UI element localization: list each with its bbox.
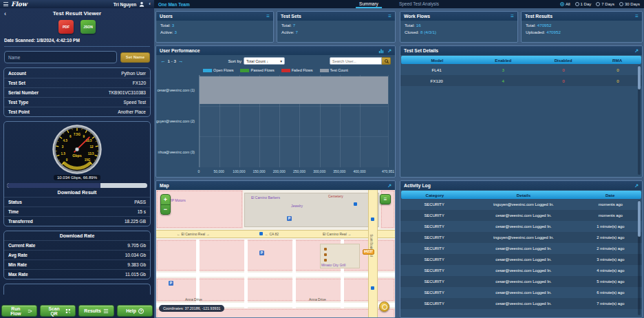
map-poi-label: El Camino Barbers	[251, 195, 280, 200]
team-name[interactable]: One Man Team	[158, 2, 190, 7]
search-icon	[385, 59, 388, 63]
legend-item: Failed Flows	[281, 68, 313, 72]
date-range-radios: All 1 Day 7 Days 30 Days	[560, 2, 640, 6]
expand-icon[interactable]: ↗	[387, 182, 391, 189]
next-page-icon[interactable]: →	[178, 58, 184, 65]
activity-log-row: SECURITYcesar@veexinc.com Logged In.2 mi…	[400, 243, 642, 254]
panel-title: Map	[160, 183, 169, 188]
export-pdf-icon[interactable]: PDF	[58, 20, 74, 34]
test-results-card: Test Results≡ Total:470952 Uploaded:4709…	[521, 11, 643, 43]
activity-category: SECURITY	[400, 202, 468, 206]
radio-1-day[interactable]: 1 Day	[575, 2, 592, 6]
back-icon[interactable]: ‹	[4, 10, 6, 18]
activity-date: 2 minute(s) ago	[579, 246, 642, 251]
expand-icon[interactable]: ↗	[634, 182, 638, 189]
chart-y-labels: cesar@veexinc.com (1)tnguyen@veexinc.com…	[158, 75, 197, 167]
work-flows-card: Work Flows≡ Total:16 Closed:8 (4/3/1)	[400, 11, 518, 43]
sort-select[interactable]: Total Count ↓▾	[244, 57, 285, 65]
help-button[interactable]: Help ?	[117, 305, 153, 317]
results-button[interactable]: Results	[78, 305, 114, 317]
activity-date: 6 minute(s) ago	[579, 290, 642, 295]
scan-qr-button[interactable]: Scan QR	[40, 305, 76, 317]
search-user-input[interactable]	[330, 57, 382, 65]
radio-all[interactable]: All	[560, 2, 570, 6]
dashboard: Flow Tri Nguyen ‹ One Man Team Summary S…	[0, 0, 644, 318]
rate-row: Min Rate9.383 Gb	[4, 259, 150, 269]
search-button[interactable]	[382, 57, 391, 65]
gauge-caption: 10.034 Gbps, 66.89%	[54, 175, 100, 180]
results-list-icon	[103, 308, 109, 314]
qr-icon	[65, 308, 71, 314]
zoom-in-button[interactable]: +	[161, 195, 170, 205]
sidebar-action-buttons: Run Flow Scan QR Results Help ?	[1, 305, 153, 317]
transit-icon	[354, 202, 357, 206]
table-row[interactable]: FL41 3 0 0	[400, 64, 642, 75]
user-performance-panel: User Performance ↗ ← 1 - 3 → Sort by Tot…	[155, 45, 396, 178]
map-street	[156, 273, 395, 277]
detail-row: Serial NumberTKB901VC310383	[4, 87, 150, 97]
card-title: Test Results	[525, 14, 552, 19]
tab-speed-test-analysis[interactable]: Speed Test Analysis	[396, 0, 442, 8]
activity-details: cesar@veexinc.com Logged In.	[468, 290, 579, 295]
test-result-sidebar: ‹ Test Result Viewer PDF JSON Date Scann…	[0, 8, 154, 318]
activity-details: cesar@veexinc.com Logged In.	[468, 257, 579, 262]
x-tick-label: 100,000	[233, 169, 245, 173]
tab-summary[interactable]: Summary	[356, 0, 382, 8]
activity-category: SECURITY	[400, 290, 468, 295]
activity-date: 2 minute(s) ago	[579, 235, 642, 240]
user-icon[interactable]	[139, 1, 144, 7]
svg-text:15G: 15G	[85, 158, 91, 162]
x-tick-label: 250,000	[293, 169, 305, 173]
run-flow-button[interactable]: Run Flow	[1, 305, 37, 317]
run-flow-icon	[28, 308, 32, 314]
zoom-out-button[interactable]: −	[161, 205, 170, 215]
expand-icon[interactable]: ↗	[634, 47, 638, 54]
expand-icon[interactable]: ↗	[387, 47, 391, 54]
legend-item: Passed Flows	[240, 68, 274, 72]
map-canvas[interactable]: VIP Motors El Camino Barbers Jewelry Cem…	[156, 190, 395, 317]
map-layers-button[interactable]: ≡	[380, 194, 391, 204]
card-menu-icon[interactable]: ≡	[511, 13, 514, 20]
x-tick-label: 400,000	[354, 169, 366, 173]
activity-details: cesar@veexinc.com Logged In.	[468, 224, 579, 229]
detail-row: Test PointAnother Place	[4, 107, 150, 116]
top-bar-right: One Man Team Summary Speed Test Analysis…	[154, 0, 644, 8]
legend-swatch	[203, 69, 212, 72]
caret-down-icon: ▾	[280, 59, 282, 63]
set-name-button[interactable]: Set Name	[120, 52, 150, 63]
activity-log-row: SECURITYcesar@veexinc.com Logged In.6 mi…	[400, 287, 642, 298]
sidebar-title: Test Result Viewer	[53, 10, 101, 17]
table-row[interactable]: FX120 4 0 0	[400, 75, 642, 86]
result-row: Transferred18.225 GB	[4, 216, 150, 226]
chart-type-icon[interactable]	[378, 48, 384, 54]
card-menu-icon[interactable]: ≡	[388, 13, 391, 20]
activity-log-row: SECURITYcesar@veexinc.com Logged In.7 mi…	[400, 298, 642, 309]
hamburger-menu-icon[interactable]	[3, 4, 8, 5]
name-input[interactable]	[4, 51, 117, 63]
scrollbar-thumb[interactable]	[638, 66, 641, 89]
speed-gauge: 01.534.567.5G910.51213.515GGbps	[4, 123, 150, 176]
svg-text:1.5: 1.5	[61, 152, 66, 156]
activity-log-row: SECURITYcesar@veexinc.com Logged In.1 mi…	[400, 221, 642, 232]
activity-details: cesar@veexinc.com Logged In.	[468, 301, 579, 306]
prev-page-icon[interactable]: ←	[160, 58, 166, 65]
map-locate-button[interactable]	[379, 301, 389, 312]
card-menu-icon[interactable]: ≡	[266, 13, 270, 20]
radio-circle	[575, 2, 579, 6]
chart-x-labels: 050,000100,000150,000200,000250,000300,0…	[199, 168, 388, 176]
radio-30-days[interactable]: 30 Days	[619, 2, 640, 6]
user-name[interactable]: Tri Nguyen	[114, 2, 137, 7]
download-result-title: Download Result	[4, 188, 150, 197]
panel-title: Test Set Details	[404, 48, 438, 53]
activity-details: cesar@veexinc.com Logged In.	[468, 279, 579, 284]
activity-date: 4 minute(s) ago	[579, 268, 642, 273]
card-menu-icon[interactable]: ≡	[635, 13, 638, 20]
scrollbar-thumb[interactable]	[638, 201, 641, 237]
collapse-sidebar-icon[interactable]: ‹	[149, 1, 151, 8]
x-tick-label: 50,000	[214, 169, 224, 173]
panel-title: User Performance	[160, 48, 200, 53]
export-json-icon[interactable]: JSON	[80, 20, 96, 34]
map-road-label: Anna Drive	[185, 297, 202, 301]
activity-category: SECURITY	[400, 257, 468, 262]
radio-7-days[interactable]: 7 Days	[596, 2, 614, 6]
